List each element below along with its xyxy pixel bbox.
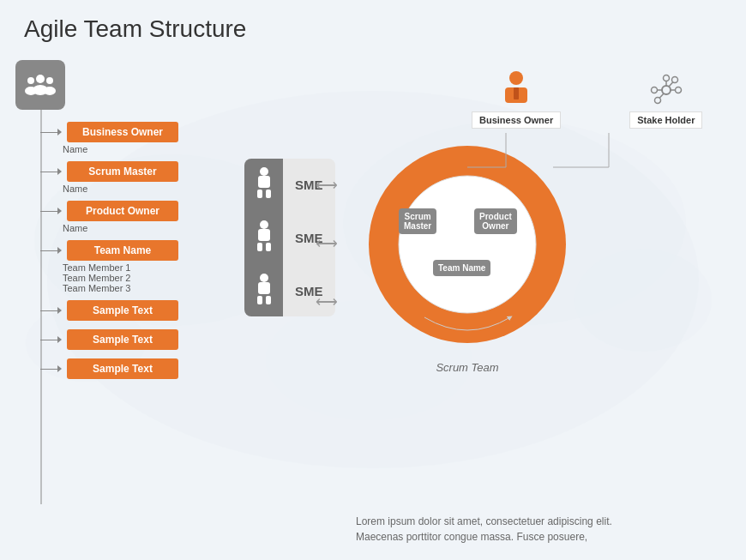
svg-rect-17 <box>257 243 262 251</box>
list-item-sample-2: Sample Text <box>40 329 238 350</box>
scrum-team-label: Scrum Team <box>356 361 579 374</box>
list-item-business-owner: Business Owner <box>40 122 238 142</box>
person-figure-2 <box>254 220 274 255</box>
role-stake-holder: Stake Holder <box>629 74 702 129</box>
svg-point-30 <box>651 87 657 93</box>
donut-label-scrum-master: ScrumMaster <box>399 208 436 234</box>
scrum-master-btn[interactable]: Scrum Master <box>67 161 178 182</box>
person-body-2 <box>256 229 272 251</box>
team-icon-box <box>15 60 65 110</box>
stakeholder-role-label: Stake Holder <box>629 111 702 129</box>
list-item-team-name: Team Name <box>40 240 238 261</box>
team-name-btn[interactable]: Team Name <box>67 240 178 261</box>
business-owner-icon <box>500 70 532 106</box>
person-body-1 <box>256 176 272 198</box>
sample-text-2-btn[interactable]: Sample Text <box>67 329 178 350</box>
product-owner-name: Name <box>63 223 238 233</box>
donut-label-team-name: Team Name <box>433 260 490 276</box>
svg-point-32 <box>671 77 677 83</box>
page-title: Agile Team Structure <box>0 0 746 51</box>
svg-point-25 <box>662 86 671 94</box>
svg-point-34 <box>654 98 660 104</box>
sme-figures <box>244 159 283 316</box>
stakeholder-icon <box>650 74 683 106</box>
business-owner-btn[interactable]: Business Owner <box>67 122 178 142</box>
person-body-3 <box>256 282 272 304</box>
svg-line-35 <box>659 93 664 98</box>
svg-rect-20 <box>257 296 262 304</box>
tree-vertical-line <box>40 110 42 504</box>
donut-label-product-owner: ProductOwner <box>474 208 517 234</box>
lorem-text: Lorem ipsum dolor sit amet, consectetuer… <box>356 514 716 545</box>
svg-point-8 <box>27 77 34 84</box>
svg-rect-13 <box>258 176 270 188</box>
person-figure-3 <box>254 274 274 308</box>
sme-arrows: ⟷ ⟷ ⟷ <box>316 167 338 320</box>
svg-point-6 <box>36 75 45 83</box>
team-member-1: Team Member 1 <box>63 262 238 273</box>
team-member-2: Team Member 2 <box>63 273 238 283</box>
connecting-lines <box>467 129 746 189</box>
scrum-master-name: Name <box>63 184 238 194</box>
svg-point-10 <box>46 77 53 84</box>
svg-rect-21 <box>266 296 271 304</box>
arrow-2: ⟷ <box>316 226 338 262</box>
svg-point-28 <box>675 87 681 93</box>
sample-text-3-btn[interactable]: Sample Text <box>67 358 178 379</box>
svg-rect-14 <box>257 190 262 198</box>
arrow-3: ⟷ <box>316 284 338 320</box>
svg-point-22 <box>509 71 523 85</box>
svg-rect-24 <box>514 87 519 99</box>
svg-rect-15 <box>266 190 271 198</box>
left-panel: Business Owner Name Scrum Master Name Pr… <box>15 60 213 388</box>
arrow-1: ⟷ <box>316 167 338 203</box>
svg-rect-19 <box>258 282 270 294</box>
svg-rect-16 <box>258 229 270 241</box>
team-member-3: Team Member 3 <box>63 283 238 293</box>
role-business-owner: Business Owner <box>472 70 561 129</box>
person-head-3 <box>260 274 268 282</box>
person-figure-1 <box>254 167 274 202</box>
person-head-1 <box>260 167 268 176</box>
top-roles-section: Business Owner Stake Holder <box>472 70 702 129</box>
list-item-sample-3: Sample Text <box>40 358 238 379</box>
product-owner-btn[interactable]: Product Owner <box>67 201 178 221</box>
svg-line-33 <box>669 82 673 87</box>
sample-text-1-btn[interactable]: Sample Text <box>67 300 178 321</box>
team-icon <box>25 69 56 100</box>
list-item-sample-1: Sample Text <box>40 300 238 321</box>
team-members: Team Member 1 Team Member 2 Team Member … <box>63 262 238 293</box>
lorem-section: Lorem ipsum dolor sit amet, consectetuer… <box>356 514 716 545</box>
person-head-2 <box>260 220 268 229</box>
svg-point-26 <box>663 75 669 81</box>
list-item-scrum-master: Scrum Master <box>40 161 238 182</box>
list-item-product-owner: Product Owner <box>40 201 238 221</box>
svg-point-9 <box>25 87 37 95</box>
svg-rect-18 <box>266 243 271 251</box>
business-owner-role-label: Business Owner <box>472 111 561 129</box>
business-owner-name: Name <box>63 144 238 154</box>
svg-point-11 <box>44 87 56 95</box>
